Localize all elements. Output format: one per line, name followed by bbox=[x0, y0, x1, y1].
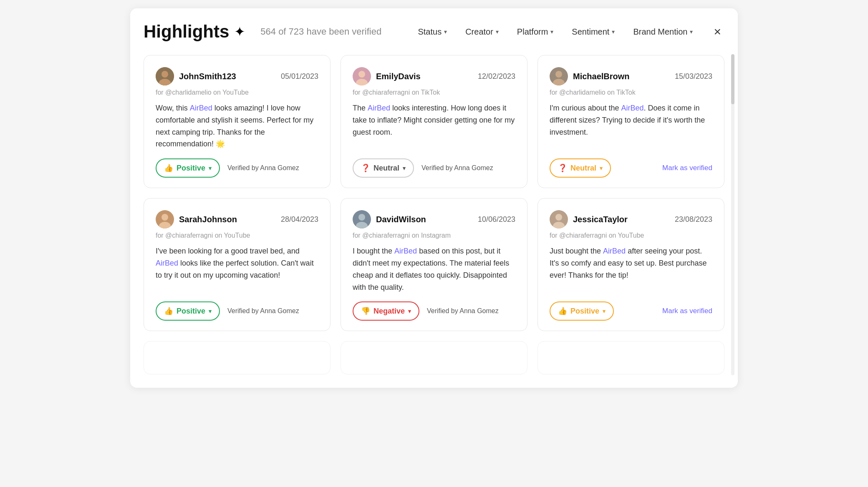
card-user: SarahJohnson bbox=[156, 210, 237, 228]
chevron-down-icon: ▾ bbox=[496, 28, 499, 35]
avatar bbox=[156, 210, 174, 228]
card-date: 23/08/2023 bbox=[675, 215, 712, 224]
card-text: I'm curious about the AirBed. Does it co… bbox=[550, 102, 712, 150]
chevron-down-icon: ▾ bbox=[209, 165, 212, 171]
card-user: JessicaTaylor bbox=[550, 210, 628, 228]
header: Highlights ✦ 564 of 723 have been verifi… bbox=[144, 22, 724, 42]
username: EmilyDavis bbox=[376, 72, 421, 81]
sentiment-label: Neutral bbox=[373, 164, 399, 173]
filter-platform-label: Platform bbox=[517, 27, 548, 37]
chevron-down-icon: ▾ bbox=[444, 28, 447, 35]
thumbs-up-icon: 👍 bbox=[164, 163, 173, 173]
filter-creator-label: Creator bbox=[465, 27, 493, 37]
card-user: EmilyDavis bbox=[353, 67, 421, 85]
sentiment-label: Negative bbox=[373, 307, 405, 316]
card-header: DavidWilson 10/06/2023 bbox=[353, 210, 515, 228]
sentiment-badge-positive-yellow[interactable]: 👍 Positive ▾ bbox=[550, 301, 614, 321]
question-icon: ❓ bbox=[558, 163, 567, 173]
filter-creator-button[interactable]: Creator ▾ bbox=[458, 23, 506, 41]
card-for: for @charlidamelio on TikTok bbox=[550, 89, 712, 96]
card-user: JohnSmith123 bbox=[156, 67, 236, 85]
card-4: SarahJohnson 28/04/2023 for @chiaraferra… bbox=[144, 198, 331, 331]
card-text: The AirBed looks interesting. How long d… bbox=[353, 102, 515, 150]
card-date: 15/03/2023 bbox=[675, 72, 712, 81]
brand-link[interactable]: AirBed bbox=[621, 104, 644, 112]
card-for: for @chiaraferragni on Instagram bbox=[353, 232, 515, 239]
avatar bbox=[353, 67, 371, 85]
sentiment-badge-neutral-yellow[interactable]: ❓ Neutral ▾ bbox=[550, 158, 611, 178]
card-user: DavidWilson bbox=[353, 210, 426, 228]
filter-brand-mention-label: Brand Mention bbox=[633, 27, 687, 37]
filter-brand-mention-button[interactable]: Brand Mention ▾ bbox=[626, 23, 700, 41]
filter-status-label: Status bbox=[418, 27, 442, 37]
chevron-down-icon: ▾ bbox=[550, 28, 553, 35]
filter-platform-button[interactable]: Platform ▾ bbox=[510, 23, 561, 41]
card-for: for @charlidamelio on YouTube bbox=[156, 89, 318, 96]
sentiment-badge-negative[interactable]: 👎 Negative ▾ bbox=[353, 301, 419, 321]
sentiment-badge-positive[interactable]: 👍 Positive ▾ bbox=[156, 158, 220, 178]
brand-link[interactable]: AirBed bbox=[603, 247, 626, 255]
brand-link[interactable]: AirBed bbox=[156, 259, 178, 267]
card-footer: 👍 Positive ▾ Verified by Anna Gomez bbox=[156, 158, 318, 178]
filter-sentiment-button[interactable]: Sentiment ▾ bbox=[564, 23, 622, 41]
card-footer: 👍 Positive ▾ Mark as verified bbox=[550, 301, 712, 321]
card-header: EmilyDavis 12/02/2023 bbox=[353, 67, 515, 85]
sentiment-label: Neutral bbox=[570, 164, 596, 173]
card-2: EmilyDavis 12/02/2023 for @chiaraferragn… bbox=[341, 55, 527, 188]
page-title: Highlights bbox=[144, 22, 229, 42]
thumbs-down-icon: 👎 bbox=[361, 306, 370, 316]
verified-by-text: Verified by Anna Gomez bbox=[427, 307, 499, 315]
card-footer: ❓ Neutral ▾ Verified by Anna Gomez bbox=[353, 158, 515, 178]
card-3: MichaelBrown 15/03/2023 for @charlidamel… bbox=[537, 55, 724, 188]
close-button[interactable]: × bbox=[710, 22, 724, 41]
filter-sentiment-label: Sentiment bbox=[572, 27, 609, 37]
thumbs-up-icon: 👍 bbox=[164, 306, 173, 316]
scrollbar[interactable] bbox=[731, 54, 734, 375]
sparkle-icon: ✦ bbox=[234, 24, 245, 40]
main-container: Highlights ✦ 564 of 723 have been verifi… bbox=[130, 8, 738, 388]
username: SarahJohnson bbox=[179, 215, 237, 224]
sentiment-badge-neutral[interactable]: ❓ Neutral ▾ bbox=[353, 158, 414, 178]
card-text: I've been looking for a good travel bed,… bbox=[156, 245, 318, 293]
card-footer: 👍 Positive ▾ Verified by Anna Gomez bbox=[156, 301, 318, 321]
chevron-down-icon: ▾ bbox=[408, 308, 411, 314]
card-header: SarahJohnson 28/04/2023 bbox=[156, 210, 318, 228]
brand-link[interactable]: AirBed bbox=[368, 104, 390, 112]
chevron-down-icon: ▾ bbox=[603, 308, 606, 314]
card-user: MichaelBrown bbox=[550, 67, 630, 85]
scrollbar-thumb[interactable] bbox=[731, 54, 734, 104]
brand-link[interactable]: AirBed bbox=[190, 104, 212, 112]
card-5: DavidWilson 10/06/2023 for @chiaraferrag… bbox=[341, 198, 527, 331]
verified-count: 564 of 723 have been verified bbox=[260, 26, 381, 37]
header-left: Highlights ✦ 564 of 723 have been verifi… bbox=[144, 22, 381, 42]
thumbs-up-icon: 👍 bbox=[558, 306, 567, 316]
card-6: JessicaTaylor 23/08/2023 for @chiaraferr… bbox=[537, 198, 724, 331]
chevron-down-icon: ▾ bbox=[690, 28, 693, 35]
card-footer: ❓ Neutral ▾ Mark as verified bbox=[550, 158, 712, 178]
sentiment-label: Positive bbox=[177, 307, 205, 316]
brand-link[interactable]: AirBed bbox=[394, 247, 417, 255]
sentiment-badge-positive[interactable]: 👍 Positive ▾ bbox=[156, 301, 220, 321]
chevron-down-icon: ▾ bbox=[612, 28, 615, 35]
verified-by-text: Verified by Anna Gomez bbox=[421, 164, 493, 172]
avatar bbox=[353, 210, 371, 228]
partial-card-3 bbox=[537, 341, 724, 374]
sentiment-label: Positive bbox=[177, 164, 205, 173]
card-date: 10/06/2023 bbox=[478, 215, 515, 224]
mark-as-verified-link[interactable]: Mark as verified bbox=[662, 164, 712, 172]
chevron-down-icon: ▾ bbox=[600, 165, 603, 171]
svg-point-16 bbox=[555, 214, 562, 221]
mark-as-verified-link[interactable]: Mark as verified bbox=[662, 307, 712, 315]
avatar bbox=[550, 67, 568, 85]
avatar bbox=[156, 67, 174, 85]
svg-point-13 bbox=[358, 214, 365, 221]
sentiment-label: Positive bbox=[570, 307, 599, 316]
username: MichaelBrown bbox=[573, 72, 630, 81]
chevron-down-icon: ▾ bbox=[209, 308, 212, 314]
verified-by-text: Verified by Anna Gomez bbox=[227, 307, 299, 315]
card-date: 05/01/2023 bbox=[281, 72, 318, 81]
filter-status-button[interactable]: Status ▾ bbox=[410, 23, 454, 41]
card-text: I bought the AirBed based on this post, … bbox=[353, 245, 515, 293]
header-filters: Status ▾ Creator ▾ Platform ▾ Sentiment … bbox=[410, 22, 724, 41]
card-text: Just bought the AirBed after seeing your… bbox=[550, 245, 712, 293]
